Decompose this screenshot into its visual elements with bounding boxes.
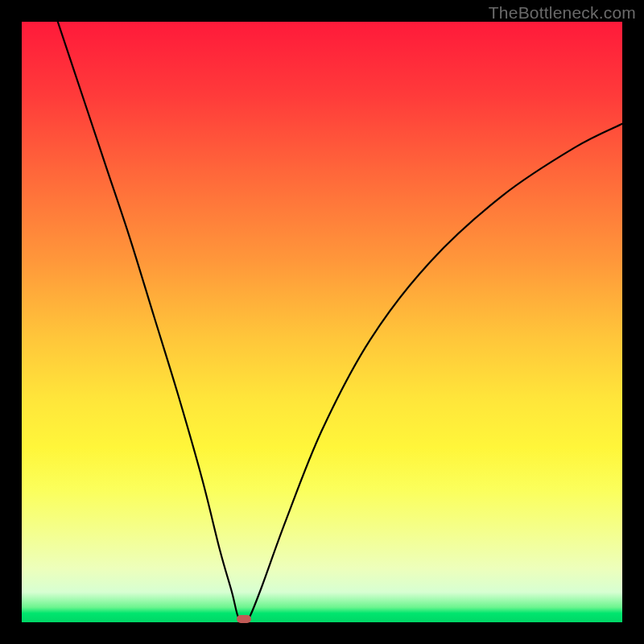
optimal-point-marker [237,615,251,623]
chart-plot-area [22,22,622,622]
bottleneck-curve [22,22,622,622]
watermark-text: TheBottleneck.com [489,3,636,23]
